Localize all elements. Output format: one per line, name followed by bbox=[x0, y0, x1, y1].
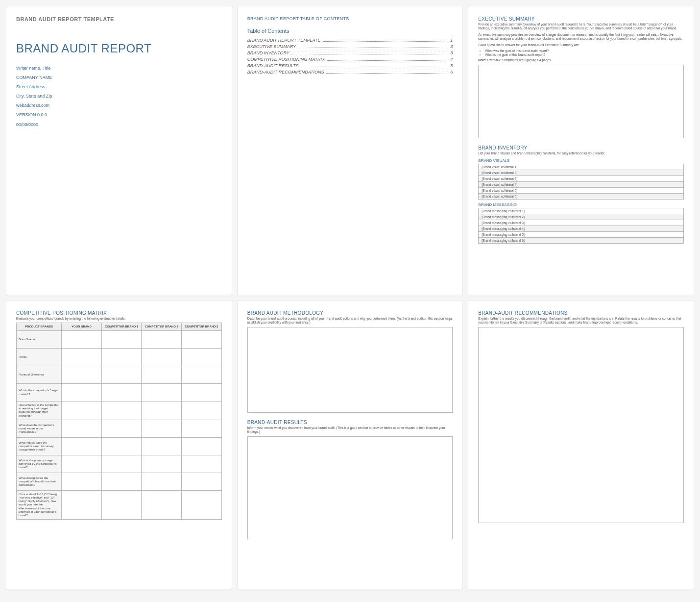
page-1-cover: BRAND AUDIT REPORT TEMPLATE BRAND AUDIT … bbox=[6, 6, 232, 295]
page-2-toc: BRAND AUDIT REPORT TABLE OF CONTENTS Tab… bbox=[237, 6, 463, 295]
company-name: COMPANY NAME bbox=[16, 74, 222, 82]
matrix-input-cell[interactable] bbox=[181, 349, 221, 366]
matrix-input-cell[interactable] bbox=[101, 401, 142, 420]
matrix-input-cell[interactable] bbox=[181, 437, 221, 455]
toc-row: BRAND INVENTORY3 bbox=[247, 50, 453, 55]
page-5-methodology-results: BRAND AUDIT METHODOLOGY Describe your br… bbox=[237, 300, 463, 589]
brand-visual-row[interactable]: [Brand visual collateral 3] bbox=[478, 176, 684, 182]
toc-page-number: 3 bbox=[450, 44, 453, 49]
matrix-input-cell[interactable] bbox=[101, 349, 142, 366]
matrix-input-cell[interactable] bbox=[142, 420, 182, 437]
matrix-row: Brand Name bbox=[17, 331, 222, 349]
matrix-input-cell[interactable] bbox=[142, 349, 182, 366]
brand-messaging-row[interactable]: [Brand messaging collateral 4] bbox=[478, 226, 684, 232]
toc-list: BRAND AUDIT REPORT TEMPLATE1EXECUTIVE SU… bbox=[247, 38, 453, 75]
competitive-matrix-table: PRODUCT BRANDSYOUR BRANDCOMPETITOR BRAND… bbox=[16, 323, 222, 520]
brand-visual-row[interactable]: [Brand visual collateral 1] bbox=[478, 164, 684, 170]
matrix-input-cell[interactable] bbox=[181, 420, 221, 437]
brand-messaging-row[interactable]: [Brand messaging collateral 2] bbox=[478, 214, 684, 220]
matrix-input-cell[interactable] bbox=[101, 420, 142, 437]
matrix-input-cell[interactable] bbox=[62, 473, 102, 490]
matrix-input-cell[interactable] bbox=[142, 331, 182, 349]
matrix-row-label: What values does the competitor seem to … bbox=[17, 437, 62, 455]
toc-leader bbox=[291, 54, 449, 54]
matrix-input-cell[interactable] bbox=[181, 473, 221, 490]
matrix-input-cell[interactable] bbox=[62, 490, 102, 519]
results-input-box[interactable] bbox=[247, 436, 453, 539]
brand-inventory-desc: List your brand visuals and brand-messag… bbox=[478, 151, 684, 155]
toc-page-number: 1 bbox=[450, 38, 453, 43]
brand-messaging-row[interactable]: [Brand messaging collateral 3] bbox=[478, 220, 684, 226]
brand-messaging-row[interactable]: [Brand messaging collateral 1] bbox=[478, 208, 684, 214]
matrix-input-cell[interactable] bbox=[181, 490, 221, 519]
matrix-input-cell[interactable] bbox=[181, 401, 221, 420]
matrix-row: What is the primary image conveyed by th… bbox=[17, 455, 222, 473]
exec-bullet-1: What was the goal of this brand-audit re… bbox=[485, 49, 684, 52]
matrix-input-cell[interactable] bbox=[101, 366, 142, 384]
matrix-input-cell[interactable] bbox=[62, 384, 102, 401]
matrix-input-cell[interactable] bbox=[142, 384, 182, 401]
matrix-input-cell[interactable] bbox=[101, 473, 142, 490]
exec-summary-input-box[interactable] bbox=[478, 65, 684, 138]
matrix-row: What does the competitor's brand evoke i… bbox=[17, 420, 222, 437]
matrix-input-cell[interactable] bbox=[62, 455, 102, 473]
brand-visual-row[interactable]: [Brand visual collateral 2] bbox=[478, 170, 684, 176]
matrix-input-cell[interactable] bbox=[101, 331, 142, 349]
matrix-row-label: Brand Name bbox=[17, 331, 62, 349]
brand-visual-row[interactable]: [Brand visual collateral 6] bbox=[478, 194, 684, 200]
matrix-input-cell[interactable] bbox=[62, 401, 102, 420]
matrix-input-cell[interactable] bbox=[142, 366, 182, 384]
results-desc: Inform your reader what you discovered f… bbox=[247, 426, 453, 434]
recommendations-input-box[interactable] bbox=[478, 327, 684, 523]
toc-label: BRAND INVENTORY bbox=[247, 50, 290, 55]
toc-leader bbox=[326, 73, 449, 74]
toc-leader bbox=[323, 41, 449, 42]
methodology-title: BRAND AUDIT METHODOLOGY bbox=[247, 310, 453, 316]
brand-messaging-row[interactable]: [Brand messaging collateral 5] bbox=[478, 232, 684, 238]
toc-page-number: 3 bbox=[450, 50, 453, 55]
toc-row: BRAND-AUDIT RECOMMENDATIONS6 bbox=[247, 70, 453, 75]
methodology-input-box[interactable] bbox=[247, 327, 453, 413]
matrix-input-cell[interactable] bbox=[181, 455, 221, 473]
matrix-input-cell[interactable] bbox=[181, 331, 221, 349]
toc-page-number: 4 bbox=[450, 57, 453, 62]
brand-visual-row[interactable]: [Brand visual collateral 4] bbox=[478, 182, 684, 188]
matrix-input-cell[interactable] bbox=[181, 366, 221, 384]
exec-desc-2: An executive summary provides an overvie… bbox=[478, 33, 684, 41]
matrix-input-cell[interactable] bbox=[142, 490, 182, 519]
matrix-input-cell[interactable] bbox=[142, 401, 182, 420]
matrix-input-cell[interactable] bbox=[62, 331, 102, 349]
matrix-input-cell[interactable] bbox=[101, 455, 142, 473]
matrix-input-cell[interactable] bbox=[142, 473, 182, 490]
matrix-input-cell[interactable] bbox=[142, 437, 182, 455]
matrix-input-cell[interactable] bbox=[62, 349, 102, 366]
brand-visuals-list: [Brand visual collateral 1][Brand visual… bbox=[478, 164, 684, 200]
toc-label: BRAND AUDIT REPORT TEMPLATE bbox=[247, 38, 321, 43]
toc-leader bbox=[327, 60, 448, 61]
matrix-input-cell[interactable] bbox=[181, 384, 221, 401]
toc-header: BRAND AUDIT REPORT TABLE OF CONTENTS bbox=[247, 16, 453, 21]
brand-visual-row[interactable]: [Brand visual collateral 5] bbox=[478, 188, 684, 194]
matrix-input-cell[interactable] bbox=[101, 384, 142, 401]
exec-bullets: What was the goal of this brand-audit re… bbox=[478, 49, 684, 56]
cover-meta: Writer name, Title COMPANY NAME Street A… bbox=[16, 64, 222, 129]
toc-row: COMPETITIVE POSITIONING MATRIX4 bbox=[247, 57, 453, 62]
brand-messaging-row[interactable]: [Brand messaging collateral 6] bbox=[478, 238, 684, 244]
template-gallery: BRAND AUDIT REPORT TEMPLATE BRAND AUDIT … bbox=[6, 6, 694, 589]
matrix-row: What values does the competitor seem to … bbox=[17, 437, 222, 455]
matrix-input-cell[interactable] bbox=[62, 437, 102, 455]
matrix-input-cell[interactable] bbox=[62, 366, 102, 384]
matrix-input-cell[interactable] bbox=[101, 490, 142, 519]
matrix-input-cell[interactable] bbox=[142, 455, 182, 473]
toc-page-number: 6 bbox=[450, 70, 453, 75]
toc-page-number: 5 bbox=[450, 63, 453, 68]
brand-visuals-subtitle: BRAND VISUALS bbox=[478, 158, 684, 163]
matrix-row: On a scale of 1–10 ("1" being "not very … bbox=[17, 490, 222, 519]
recommendations-desc: Explain further the results you discover… bbox=[478, 317, 684, 325]
matrix-row: Points bbox=[17, 349, 222, 366]
toc-row: BRAND-AUDIT RESULTS5 bbox=[247, 63, 453, 68]
matrix-input-cell[interactable] bbox=[62, 420, 102, 437]
matrix-row: How effective is the competitor at reach… bbox=[17, 401, 222, 420]
toc-leader bbox=[298, 48, 448, 48]
matrix-input-cell[interactable] bbox=[101, 437, 142, 455]
